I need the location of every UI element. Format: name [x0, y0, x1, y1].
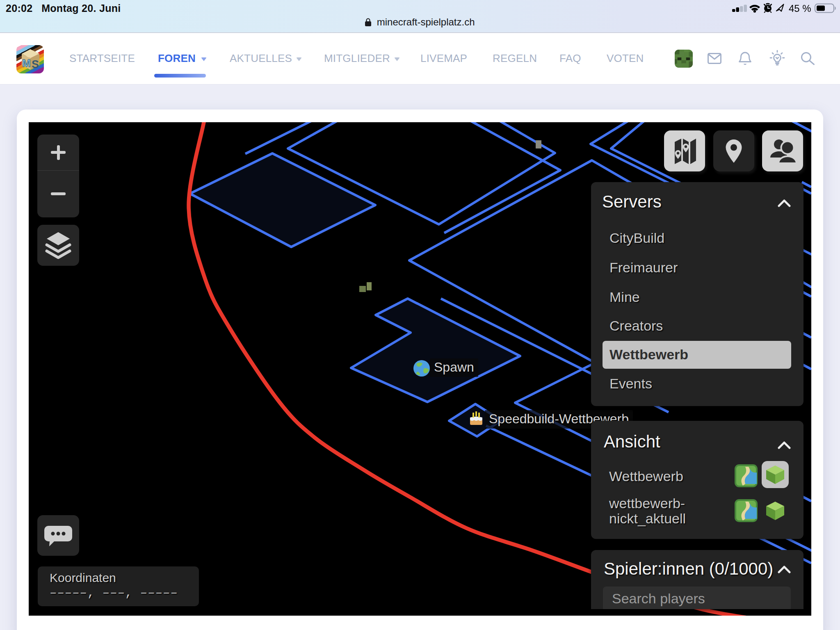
svg-text:M: M [22, 57, 31, 69]
svg-text:S: S [32, 58, 39, 71]
